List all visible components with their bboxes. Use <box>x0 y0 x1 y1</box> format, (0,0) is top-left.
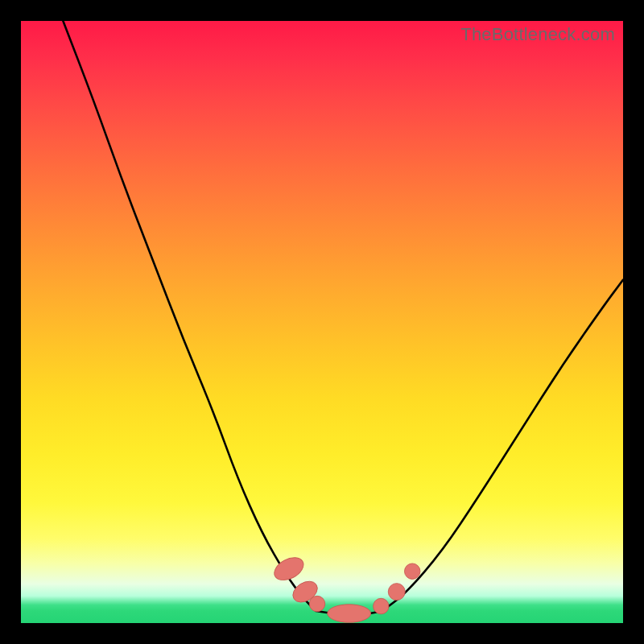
trough-marker-2 <box>309 596 324 611</box>
trough-marker-6 <box>404 564 419 579</box>
marker-layer <box>270 553 420 622</box>
chart-plot-area: TheBottleneck.com <box>21 21 623 623</box>
bottleneck-curve <box>63 21 623 615</box>
chart-frame: TheBottleneck.com <box>0 0 644 644</box>
curve-layer <box>63 21 623 615</box>
trough-marker-5 <box>388 584 405 601</box>
trough-marker-3 <box>328 605 371 622</box>
trough-marker-4 <box>374 598 389 613</box>
chart-svg <box>21 21 623 623</box>
